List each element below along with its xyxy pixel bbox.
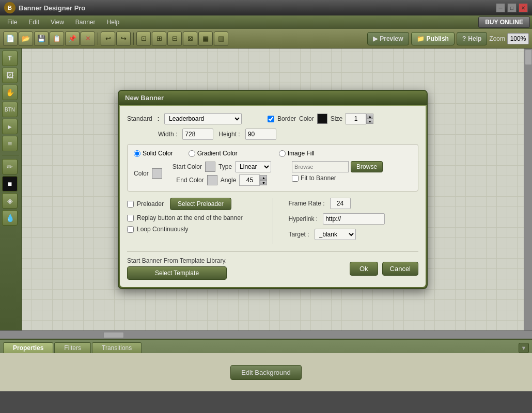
scroll-thumb[interactable]: [525, 50, 532, 65]
copy-btn[interactable]: 📋: [50, 31, 64, 46]
select-template-button[interactable]: Select Template: [127, 266, 227, 280]
border-checkbox[interactable]: [268, 116, 274, 122]
sep2: [133, 33, 134, 45]
target-select[interactable]: _blank _self _parent _top: [315, 229, 356, 240]
save-btn[interactable]: 💾: [34, 31, 49, 46]
h-scroll-thumb[interactable]: [103, 332, 124, 338]
menu-help[interactable]: Help: [102, 18, 125, 27]
align-btn3[interactable]: ⊟: [167, 31, 182, 46]
ok-button[interactable]: Ok: [350, 262, 378, 276]
solid-color-option[interactable]: Solid Color: [134, 150, 173, 157]
width-label: Width :: [158, 131, 177, 138]
minimize-btn[interactable]: ─: [496, 3, 505, 12]
undo-btn[interactable]: ↩: [101, 31, 115, 46]
angle-spin-down[interactable]: ▼: [260, 180, 267, 185]
size-label: Size: [331, 115, 342, 122]
text-tool[interactable]: T: [2, 51, 18, 66]
publish-icon: 📁: [417, 35, 425, 42]
solid-color-radio[interactable]: [134, 150, 140, 157]
align-btn1[interactable]: ⊡: [136, 31, 151, 46]
size-input[interactable]: [346, 113, 366, 124]
align-btn2[interactable]: ⊞: [152, 31, 166, 46]
size-spin-up[interactable]: ▲: [366, 114, 373, 119]
standard-colon: :: [158, 115, 159, 122]
height-input[interactable]: [245, 129, 276, 140]
loop-checkbox[interactable]: [127, 226, 134, 233]
preview-button[interactable]: ▶ Preview: [367, 32, 409, 45]
align-btn4[interactable]: ⊠: [183, 31, 197, 46]
tab-properties[interactable]: Properties: [3, 342, 53, 353]
angle-input[interactable]: [239, 174, 260, 186]
height-label: Height :: [218, 131, 240, 138]
left-toolbox: T 🖼 ✋ BTN ▶ ≡ ✏ ■ ◈ 💧: [0, 49, 22, 330]
cancel-button[interactable]: Cancel: [382, 262, 418, 276]
standard-select[interactable]: Leaderboard Full Banner Half Banner Butt…: [164, 113, 242, 124]
edit-background-button[interactable]: Edit Background: [230, 365, 301, 380]
bottom-panel: Properties Filters Transitions ▼ Edit Ba…: [0, 339, 532, 390]
fill-color-box[interactable]: [152, 168, 162, 179]
gradient-type-select[interactable]: Linear Radial: [235, 161, 271, 172]
button-tool[interactable]: BTN: [2, 102, 18, 117]
browse-button[interactable]: Browse: [351, 161, 383, 172]
preloader-row: Preloader Select Preloader: [127, 198, 257, 210]
image-tool[interactable]: 🖼: [2, 68, 18, 83]
bottom-scrollbar[interactable]: [0, 330, 532, 339]
fill-options: Solid Color Gradient Color Image Fill: [134, 150, 412, 157]
open-btn[interactable]: 📂: [19, 31, 33, 46]
gradient-color-option[interactable]: Gradient Color: [189, 150, 238, 157]
align-btn6[interactable]: ▥: [214, 31, 228, 46]
tab-filters[interactable]: Filters: [54, 342, 91, 353]
width-input[interactable]: [182, 129, 213, 140]
align-btn5[interactable]: ▦: [198, 31, 213, 46]
start-color-box[interactable]: [205, 162, 215, 172]
replay-checkbox[interactable]: [127, 215, 134, 221]
gradient-color-radio[interactable]: [189, 150, 195, 157]
tab-transitions[interactable]: Transitions: [92, 342, 142, 353]
fill-controls: Color Start Color Type Line: [134, 161, 412, 186]
menu-edit[interactable]: Edit: [23, 18, 44, 27]
maximize-btn[interactable]: □: [507, 3, 517, 12]
help-button[interactable]: ? Help: [457, 32, 487, 45]
layer-tool[interactable]: ≡: [2, 136, 18, 151]
border-area: Border Color Size ▲ ▼: [268, 113, 373, 124]
select-preloader-button[interactable]: Select Preloader: [170, 198, 231, 210]
dialog-body: Standard : Leaderboard Full Banner Half …: [120, 106, 426, 287]
hyperlink-row: Hyperlink :: [289, 213, 419, 225]
browse-input[interactable]: [292, 161, 349, 172]
gradient-controls: Start Color Type Linear Radial En: [173, 161, 271, 186]
new-btn[interactable]: 📄: [3, 31, 18, 46]
canvas-area[interactable]: New Banner Standard : Leaderboard Full B…: [22, 49, 524, 330]
menu-banner[interactable]: Banner: [70, 18, 101, 27]
preloader-checkbox[interactable]: [127, 201, 134, 208]
publish-button[interactable]: 📁 Publish: [411, 32, 455, 45]
zoom-input[interactable]: [507, 33, 529, 44]
redo-btn[interactable]: ↪: [116, 31, 131, 46]
color-tool[interactable]: ■: [2, 176, 18, 192]
image-fill-option[interactable]: Image Fill: [279, 150, 315, 157]
size-spin-down[interactable]: ▼: [366, 119, 373, 124]
pencil-tool[interactable]: ✏: [2, 159, 18, 174]
frame-rate-input[interactable]: [330, 198, 351, 209]
tab-extra-button[interactable]: ▼: [519, 343, 529, 353]
preview-icon: ▶: [373, 35, 378, 42]
toolbar-right: ▶ Preview 📁 Publish ? Help Zoom: [367, 32, 529, 45]
color-label: Color: [299, 115, 314, 122]
border-color-box[interactable]: [317, 114, 327, 124]
close-btn[interactable]: ✕: [519, 3, 528, 12]
template-section: Start Banner From Template Library. Sele…: [127, 257, 227, 280]
eyedrop-tool[interactable]: 💧: [2, 210, 18, 226]
shape-tool[interactable]: ✋: [2, 85, 18, 100]
angle-spin-up[interactable]: ▲: [260, 175, 267, 180]
buy-online-button[interactable]: BUY ONLINE: [478, 17, 530, 28]
paste-btn[interactable]: 📌: [65, 31, 80, 46]
right-scrollbar[interactable]: [524, 49, 532, 330]
delete-btn[interactable]: ✕: [81, 31, 95, 46]
hyperlink-input[interactable]: [323, 213, 385, 225]
menu-view[interactable]: View: [45, 18, 69, 27]
fit-to-banner-checkbox[interactable]: [292, 175, 299, 182]
menu-file[interactable]: File: [2, 18, 22, 27]
image-fill-radio[interactable]: [279, 150, 286, 157]
end-color-box[interactable]: [207, 175, 217, 185]
video-tool[interactable]: ▶: [2, 119, 18, 134]
fill-tool[interactable]: ◈: [2, 193, 18, 209]
